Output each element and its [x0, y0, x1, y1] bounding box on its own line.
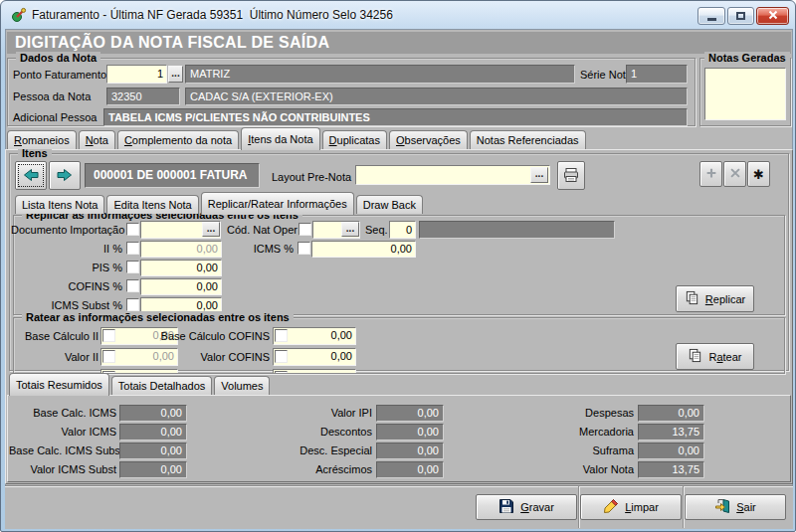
cofins-pct-checkbox[interactable] [126, 279, 139, 292]
layout-pre-nota-input[interactable] [355, 165, 550, 185]
app-icon [11, 7, 27, 23]
sair-button[interactable]: Sair [685, 494, 786, 520]
base-calc-icms-subst-label: Base Calc. ICMS Subst [9, 444, 116, 457]
layout-pre-nota-label: Layout Pre-Nota [272, 171, 351, 184]
tab-observacoes[interactable]: Observações [389, 130, 468, 149]
pis-pct-checkbox[interactable] [126, 261, 139, 273]
tab-duplicatas[interactable]: Duplicatas [322, 130, 387, 149]
replicar-button-label: Replicar [705, 293, 745, 305]
suframa-value: 0,00 [638, 443, 704, 459]
ii-pct-label: II % [11, 243, 122, 256]
replicar-button[interactable]: Replicar [676, 285, 754, 312]
desc-especial-label: Desc. Especial [268, 444, 372, 457]
base-calculo-cofins-field[interactable]: 0,00 [273, 327, 356, 345]
maximize-button[interactable] [727, 7, 754, 25]
base-calculo-cofins-label: Base Cálculo COFINS [160, 330, 270, 343]
valor-cofins-checkbox[interactable] [275, 350, 288, 363]
main-tab-strip: Romaneios Nota Complemento da nota Itens… [7, 126, 588, 149]
icms-pct-checkbox[interactable] [298, 242, 310, 255]
pis-pct-label: PIS % [11, 262, 122, 274]
eraser-icon [603, 498, 619, 516]
base-calculo-ii-checkbox[interactable] [102, 329, 115, 342]
descontos-label: Descontos [268, 426, 372, 439]
next-item-button[interactable] [49, 161, 81, 190]
previous-item-button[interactable] [15, 161, 47, 190]
add-item-button[interactable] [699, 161, 722, 187]
minimize-button[interactable] [697, 7, 725, 25]
tab-complemento-da-nota[interactable]: Complemento da nota [117, 130, 239, 149]
gravar-button-label: Gravar [520, 501, 554, 513]
tab-totais-resumidos[interactable]: Totais Resumidos [9, 373, 109, 396]
tab-itens-da-nota[interactable]: Itens da Nota [241, 127, 319, 150]
cod-nat-oper-label: Cód. Nat Oper [227, 224, 298, 237]
gear-icon: ✱ [753, 168, 764, 181]
valor-icms-subst-label: Valor ICMS Subst [9, 463, 116, 476]
documento-importacao-browse-button[interactable]: ... [202, 222, 220, 237]
ponto-faturamento-label: Ponto Faturamento [13, 69, 106, 82]
base-calculo-pis-checkbox[interactable] [275, 371, 288, 373]
tab-totais-detalhados[interactable]: Totais Detalhados [111, 376, 212, 395]
ponto-faturamento-input[interactable]: 1 [106, 65, 167, 84]
icms-pct-label: ICMS % [246, 243, 294, 256]
valor-ipi-label: Valor IPI [268, 407, 372, 420]
base-calculo-cofins-checkbox[interactable] [275, 329, 288, 342]
limpar-button-label: Limpar [625, 501, 659, 513]
serie-nota-value: 1 [626, 65, 688, 84]
acrescimos-value: 0,00 [376, 461, 444, 478]
footer-separator [578, 486, 579, 528]
icms-subst-pct-checkbox[interactable] [126, 298, 139, 311]
valor-icms-value: 0,00 [119, 424, 187, 441]
pessoa-da-nota-descricao: CADAC S/A (EXTERIOR-EX) [185, 88, 688, 105]
cod-nat-oper-browse-button[interactable]: ... [341, 222, 359, 237]
print-button[interactable] [557, 161, 585, 190]
floppy-icon [498, 498, 514, 516]
ratear-button[interactable]: Ratear [676, 343, 754, 370]
record-indicator: 000001 DE 000001 FATURA [85, 163, 260, 188]
tab-replicar-ratear[interactable]: Replicar/Ratear Informações [201, 192, 354, 215]
cod-nat-oper-checkbox[interactable] [298, 223, 311, 236]
tab-edita-itens-nota[interactable]: Edita Itens Nota [106, 195, 198, 214]
tab-nota[interactable]: Nota [79, 130, 115, 149]
desc-especial-value: 0,00 [376, 443, 444, 459]
copy-icon [685, 290, 699, 307]
printer-icon [563, 167, 579, 185]
adicional-pessoa-value: TABELA ICMS P/CLIENTES NÃO CONTRIBUINTES [103, 108, 688, 126]
tab-draw-back[interactable]: Draw Back [356, 195, 423, 214]
item-tab-strip: Lista Itens Nota Edita Itens Nota Replic… [15, 192, 425, 214]
ii-pct-input[interactable]: 0,00 [140, 241, 222, 258]
title-bar[interactable]: Faturamento - Última NF Gerada 59351 Últ… [1, 1, 796, 29]
limpar-button[interactable]: Limpar [580, 494, 682, 520]
ponto-faturamento-browse-button[interactable]: ... [168, 66, 183, 83]
delete-item-button[interactable] [723, 161, 746, 187]
tab-notas-referenciadas[interactable]: Notas Referenciadas [470, 130, 586, 149]
ratear-clip: Base Cálculo II 0,00 Base Cálculo COFINS… [14, 318, 784, 373]
seq-input[interactable]: 0 [389, 221, 416, 239]
documento-importacao-label: Documento Importação [11, 224, 122, 237]
close-button[interactable] [756, 7, 789, 25]
mercadoria-label: Mercadoria [526, 426, 634, 439]
icms-pct-input[interactable]: 0,00 [311, 241, 416, 258]
window-title: Faturamento - Última NF Gerada 59351 Últ… [32, 8, 393, 22]
gravar-button[interactable]: Gravar [476, 494, 577, 520]
valor-ipi-value: 0,00 [376, 405, 444, 422]
ii-pct-checkbox[interactable] [126, 242, 139, 255]
tab-volumes[interactable]: Volumes [214, 376, 270, 395]
base-calc-icms-value: 0,00 [119, 405, 187, 422]
documento-importacao-checkbox[interactable] [126, 223, 139, 236]
pis-pct-input[interactable]: 0,00 [140, 260, 222, 276]
layout-pre-nota-browse-button[interactable]: ... [530, 167, 548, 183]
tab-romaneios[interactable]: Romaneios [7, 130, 77, 149]
notas-geradas-list[interactable] [704, 68, 786, 120]
valor-icms-label: Valor ICMS [9, 426, 116, 439]
base-calculo-ii-label: Base Cálculo II [17, 330, 99, 343]
tab-lista-itens-nota[interactable]: Lista Itens Nota [15, 195, 104, 214]
base-calculo-pis-field[interactable]: 0,00 [273, 369, 356, 373]
ratear-group: Ratear as informações selecionadas entre… [13, 317, 785, 374]
cofins-pct-input[interactable]: 0,00 [140, 278, 222, 295]
descontos-value: 0,00 [376, 424, 444, 441]
valor-cofins-field[interactable]: 0,00 [273, 348, 356, 366]
sair-button-label: Sair [736, 501, 756, 513]
process-item-button[interactable]: ✱ [747, 161, 770, 187]
valor-ii-checkbox[interactable] [102, 350, 115, 363]
ponto-faturamento-descricao: MATRIZ [185, 65, 575, 84]
